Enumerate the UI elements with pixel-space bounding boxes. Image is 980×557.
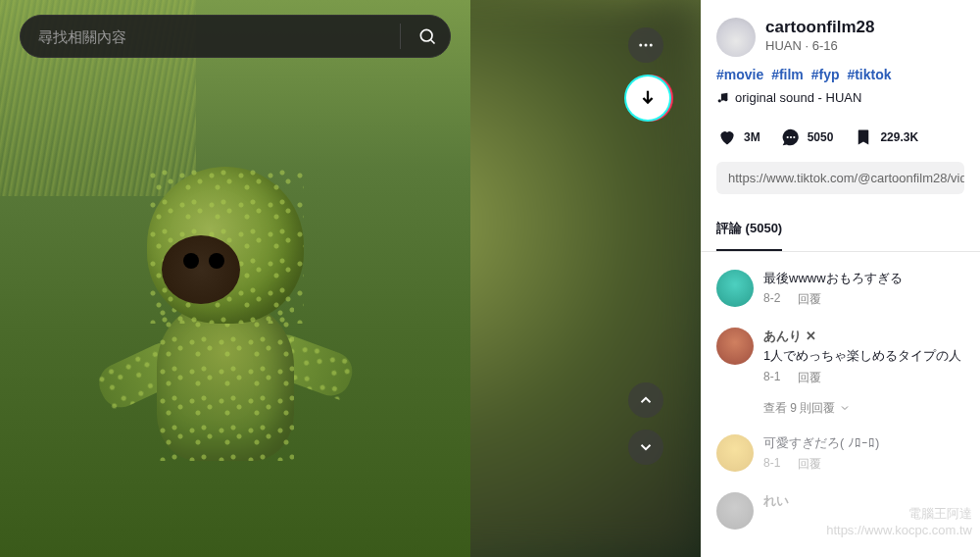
comments-list: 最後wwwwおもろすぎる 8-2 回覆 あんり ✕ 1人でめっちゃ楽しめるタイプ… [701, 252, 980, 547]
comment-icon [781, 127, 801, 147]
hashtag-link[interactable]: #tiktok [847, 67, 891, 82]
comment-date: 8-2 [763, 291, 780, 308]
reply-button[interactable]: 回覆 [798, 456, 821, 473]
comment-date: 8-1 [763, 370, 780, 386]
svg-point-7 [724, 98, 727, 101]
ellipsis-icon [637, 36, 655, 54]
search-bar [20, 15, 451, 58]
groot-character [98, 167, 353, 510]
more-options-button[interactable] [628, 27, 663, 63]
author-section: cartoonfilm28 HUAN · 6-16 #movie #film #… [701, 0, 980, 117]
save-stat[interactable]: 229.3K [853, 127, 918, 148]
previous-video-button[interactable] [628, 382, 663, 418]
svg-point-2 [639, 44, 642, 47]
comment-item: 可愛すぎだろ( ﾉﾛｰﾛ) 8-1 回覆 [701, 425, 980, 482]
hashtag-link[interactable]: #fyp [811, 67, 840, 82]
svg-point-6 [718, 99, 721, 102]
commenter-name[interactable]: あんり ✕ [763, 328, 964, 345]
hashtag-link[interactable]: #movie [716, 67, 763, 82]
svg-point-9 [790, 136, 792, 138]
video-content[interactable] [0, 0, 470, 557]
commenter-avatar[interactable] [716, 328, 754, 365]
svg-line-1 [431, 40, 435, 44]
tabs: 評論 (5050) [701, 208, 980, 252]
author-avatar[interactable] [716, 18, 756, 57]
heart-icon [717, 127, 737, 147]
sound-label: original sound - HUAN [735, 90, 861, 105]
download-button[interactable] [626, 76, 669, 120]
comment-text: 1人でめっちゃ楽しめるタイプの人 [763, 347, 964, 365]
chevron-up-icon [637, 391, 655, 409]
like-count: 3M [744, 130, 760, 144]
reply-button[interactable]: 回覆 [798, 291, 821, 308]
hashtag-link[interactable]: #film [771, 67, 804, 82]
comment-text: 可愛すぎだろ( ﾉﾛｰﾛ) [763, 434, 964, 452]
svg-point-10 [793, 136, 795, 138]
search-divider [400, 24, 401, 49]
reply-button[interactable]: 回覆 [798, 370, 821, 386]
like-stat[interactable]: 3M [716, 127, 760, 148]
hashtags: #movie #film #fyp #tiktok [716, 67, 964, 82]
comment-item: 最後wwwwおもろすぎる 8-2 回覆 [701, 260, 980, 318]
search-icon [417, 26, 437, 46]
view-replies-button[interactable]: 查看 9 則回覆 [701, 396, 980, 425]
comment-item: あんり ✕ 1人でめっちゃ楽しめるタイプの人 8-1 回覆 [701, 318, 980, 395]
share-url-box[interactable]: https://www.tiktok.com/@cartoonfilm28/vi… [716, 162, 964, 194]
comment-date: 8-1 [763, 456, 780, 473]
author-username[interactable]: cartoonfilm28 [765, 18, 874, 37]
sound-row[interactable]: original sound - HUAN [716, 90, 964, 105]
tab-comments[interactable]: 評論 (5050) [716, 208, 782, 251]
info-sidebar: cartoonfilm28 HUAN · 6-16 #movie #film #… [701, 0, 980, 557]
comment-count: 5050 [808, 130, 834, 144]
search-button[interactable] [413, 22, 442, 51]
download-arrow-icon [637, 87, 659, 109]
video-player-area [0, 0, 701, 557]
music-note-icon [716, 91, 729, 104]
author-subline: HUAN · 6-16 [765, 38, 874, 53]
search-input[interactable] [38, 28, 388, 45]
commenter-avatar[interactable] [716, 434, 754, 472]
svg-point-0 [420, 29, 432, 41]
comment-text: 最後wwwwおもろすぎる [763, 270, 964, 287]
commenter-name[interactable]: れい [763, 492, 964, 510]
svg-point-4 [650, 44, 653, 47]
bookmark-icon [855, 128, 872, 146]
comment-stat[interactable]: 5050 [780, 127, 834, 148]
save-count: 229.3K [880, 130, 918, 144]
next-video-button[interactable] [628, 430, 663, 465]
commenter-avatar[interactable] [716, 492, 754, 530]
stats-row: 3M 5050 229.3K [701, 117, 980, 162]
svg-point-8 [786, 136, 788, 138]
comment-item: れい [701, 482, 980, 539]
svg-point-3 [645, 44, 648, 47]
commenter-avatar[interactable] [716, 270, 754, 307]
chevron-down-icon [839, 402, 851, 414]
chevron-down-icon [637, 438, 655, 456]
